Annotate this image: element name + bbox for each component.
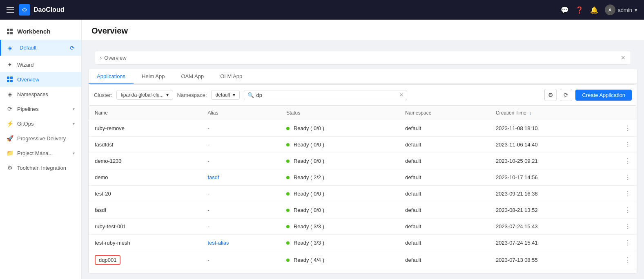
table-row: fasdfdsf - Ready ( 0/0 ) default 2023-11… [89,137,637,153]
help-icon[interactable]: ❓ [575,6,584,14]
settings-icon-button[interactable]: ⚙ [544,89,557,101]
prev-page-button[interactable]: ‹ [555,273,565,274]
alias-link[interactable]: test-alias [207,240,229,246]
name-cell: fasdfdsf [95,142,114,148]
sidebar-namespaces-label: Namespaces [17,91,75,97]
breadcrumb-close-icon[interactable]: ✕ [621,54,626,61]
tab-helm[interactable]: Helm App [134,69,173,84]
sidebar-item-namespaces[interactable]: ◈ Namespaces [0,87,81,101]
sidebar-pipelines-label: Pipelines [17,106,69,112]
row-actions-2[interactable]: ⋮ [619,153,637,169]
refresh-icon[interactable]: ⟳ [70,45,75,51]
svg-rect-3 [10,29,13,31]
tab-olm[interactable]: OLM App [212,69,250,84]
alias-cell: - [207,207,209,213]
cell-name-1: fasdfdsf [89,137,202,153]
create-application-button[interactable]: Create Application [575,90,632,101]
svg-rect-6 [7,76,9,79]
svg-rect-7 [10,76,13,79]
col-alias: Alias [202,106,281,120]
row-actions-7[interactable]: ⋮ [619,235,637,251]
progressive-icon: 🚀 [7,135,13,142]
refresh-table-icon-button[interactable]: ⟳ [560,89,572,101]
sidebar-item-project[interactable]: 📁 Project Mana... ▾ [0,146,81,160]
next-page-button[interactable]: › [580,273,591,274]
cell-name-8: dqp001 [89,251,202,269]
status-text: Ready ( 0/0 ) [294,207,324,213]
tab-applications[interactable]: Applications [89,69,134,84]
alias-cell: - [207,257,209,263]
cell-name-5: fasdf [89,202,202,218]
notification-icon[interactable]: 🔔 [590,6,598,14]
row-actions-5[interactable]: ⋮ [619,202,637,218]
default-icon: ◈ [8,45,12,51]
status-dot [286,225,290,228]
search-clear-icon[interactable]: ✕ [399,92,403,98]
avatar: A [605,4,615,15]
row-actions-6[interactable]: ⋮ [619,218,637,235]
cell-alias-0: - [202,120,281,137]
alias-link[interactable]: fasdf [207,174,219,180]
row-actions-0[interactable]: ⋮ [619,120,637,137]
tab-oam[interactable]: OAM App [173,69,212,84]
cell-namespace-1: default [399,137,490,153]
status-dot [286,143,290,146]
page-controls: ‹ 2 / 2 › 10 per page ▾ [555,273,631,274]
name-cell: demo-1233 [95,158,122,164]
hamburger-icon[interactable] [7,7,14,13]
page-header: Overview [82,20,644,41]
col-name: Name [89,106,202,120]
breadcrumb: › Overview [100,55,127,61]
svg-rect-4 [7,32,9,34]
table-header: Name Alias Status Namespace Creation Tim… [89,106,637,120]
filter-bar: Cluster: kpanda-global-clu... ▾ Namespac… [89,84,637,106]
sidebar-item-pipelines[interactable]: ⟳ Pipelines ▾ [0,101,81,116]
toolchain-icon: ⚙ [7,164,13,171]
cell-alias-2: - [202,153,281,169]
search-input[interactable] [256,92,399,98]
navbar-logo: DaoCloud [19,4,65,16]
admin-menu[interactable]: A admin ▾ [605,4,637,15]
sidebar-item-overview[interactable]: Overview [0,72,81,87]
col-status: Status [281,106,399,120]
sort-icon[interactable]: ↓ [529,110,532,116]
cell-status-4: Ready ( 0/0 ) [281,186,399,202]
table-row: test-20 - Ready ( 0/0 ) default 2023-09-… [89,186,637,202]
page-title: Overview [91,26,634,36]
sidebar-item-default[interactable]: ◈ Default ⟳ [0,40,81,56]
status-text: Ready ( 2/2 ) [294,174,324,180]
name-cell: demo [95,174,108,180]
cell-namespace-0: default [399,120,490,137]
status-text: Ready ( 0/0 ) [294,158,324,164]
namespace-select[interactable]: default ▾ [211,90,240,100]
sidebar-item-toolchain[interactable]: ⚙ Toolchain Integration [0,160,81,175]
sidebar-item-progressive[interactable]: 🚀 Progressive Delivery [0,131,81,146]
row-actions-4[interactable]: ⋮ [619,186,637,202]
cell-name-3: demo [89,169,202,186]
pipelines-icon: ⟳ [7,106,13,112]
search-box: 🔍 ✕ [244,90,407,100]
namespace-label: Namespace: [177,92,207,98]
sidebar-item-wizard[interactable]: ✦ Wizard [0,57,81,72]
message-icon[interactable]: 💬 [561,6,569,14]
table-row: test-ruby-mesh test-alias Ready ( 3/3 ) … [89,235,637,251]
sidebar-item-workbench[interactable]: Workbench [0,23,81,40]
cluster-chevron-icon: ▾ [166,92,169,98]
table-row: fasdf - Ready ( 0/0 ) default 2023-08-21… [89,202,637,218]
row-actions-1[interactable]: ⋮ [619,137,637,153]
breadcrumb-chevron-icon: › [100,55,102,61]
col-creation-time: Creation Time ↓ [490,106,619,120]
cell-status-3: Ready ( 2/2 ) [281,169,399,186]
cell-alias-1: - [202,137,281,153]
cell-status-2: Ready ( 0/0 ) [281,153,399,169]
sidebar-item-gitops[interactable]: ⚡ GitOps ▾ [0,116,81,131]
cluster-select[interactable]: kpanda-global-clu... ▾ [116,90,173,100]
table-row: ruby-remove - Ready ( 0/0 ) default 2023… [89,120,637,137]
cell-creation-7: 2023-07-24 15:41 [490,235,619,251]
cluster-select-value: kpanda-global-clu... [121,92,164,98]
row-actions-8[interactable]: ⋮ [619,251,637,269]
cell-alias-8: - [202,251,281,269]
row-actions-3[interactable]: ⋮ [619,169,637,186]
cell-creation-4: 2023-09-21 16:38 [490,186,619,202]
cell-name-6: ruby-test-001 [89,218,202,235]
